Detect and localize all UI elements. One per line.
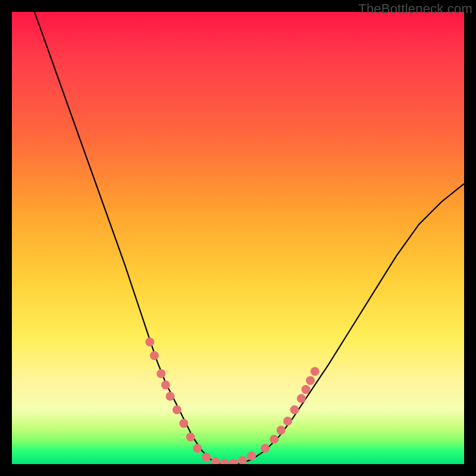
bottleneck-curve-svg (12, 12, 464, 464)
data-point-marker (261, 444, 270, 453)
data-point-marker (145, 337, 154, 346)
chart-frame (12, 12, 464, 464)
bottleneck-curve (35, 12, 464, 464)
data-point-marker (193, 444, 202, 453)
data-point-marker (161, 381, 170, 390)
data-point-marker (283, 416, 292, 425)
data-point-marker (173, 405, 181, 414)
data-point-marker (290, 405, 299, 414)
data-point-marker (150, 351, 159, 360)
data-point-marker (238, 456, 247, 464)
data-point-marker (166, 392, 175, 401)
data-point-marker (302, 385, 311, 394)
data-point-marker (270, 435, 278, 444)
data-point-marker (202, 453, 211, 462)
data-point-marker (297, 394, 306, 403)
data-point-marker (220, 459, 229, 464)
data-point-marker (186, 433, 195, 441)
data-point-marker (311, 367, 320, 376)
data-point-marker (306, 376, 315, 385)
watermark-text: TheBottleneck.com (358, 1, 472, 17)
data-point-marker (156, 369, 165, 378)
data-point-marker (277, 426, 286, 435)
data-point-marker (179, 419, 188, 428)
data-point-marker (247, 452, 256, 461)
data-point-marker (211, 458, 220, 464)
data-point-marker (229, 459, 238, 464)
